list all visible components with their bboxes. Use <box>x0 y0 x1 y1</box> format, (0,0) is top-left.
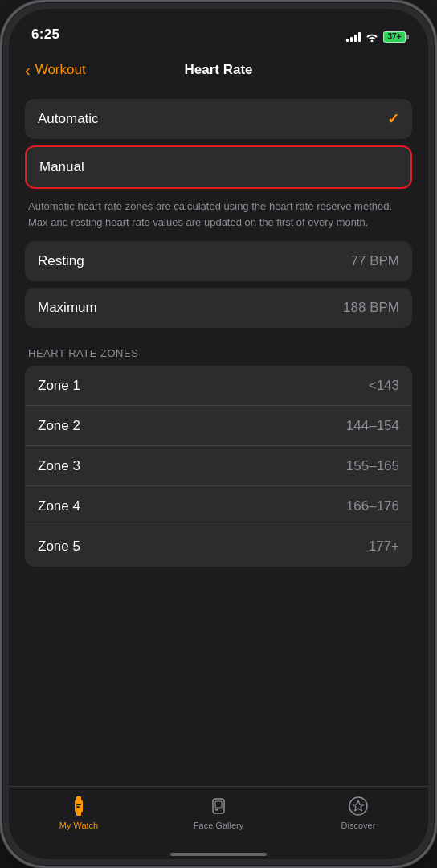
svg-marker-9 <box>353 800 364 811</box>
manual-label: Manual <box>39 159 84 175</box>
resting-group: Resting 77 BPM <box>25 241 412 281</box>
zone5-row[interactable]: Zone 5 177+ <box>25 526 412 567</box>
svg-rect-6 <box>215 801 222 808</box>
svg-rect-7 <box>215 809 218 811</box>
battery-text: 37+ <box>385 33 404 41</box>
home-indicator <box>9 853 428 859</box>
zones-section-header: HEART RATE ZONES <box>25 334 412 366</box>
manual-row[interactable]: Manual <box>27 147 410 187</box>
svg-rect-1 <box>76 796 81 800</box>
zone4-row[interactable]: Zone 4 166–176 <box>25 486 412 526</box>
zone3-label: Zone 3 <box>38 458 80 474</box>
tab-discover-label: Discover <box>341 821 376 830</box>
zone4-label: Zone 4 <box>38 498 80 514</box>
page-title: Heart Rate <box>184 62 252 78</box>
svg-point-8 <box>349 797 367 815</box>
zone1-label: Zone 1 <box>38 378 80 394</box>
nav-header: ‹ Workout Heart Rate <box>9 49 428 91</box>
automatic-row[interactable]: Automatic ✓ <box>25 99 412 139</box>
status-icons: 37+ <box>346 31 406 43</box>
zone3-row[interactable]: Zone 3 155–165 <box>25 446 412 486</box>
tab-bar: My Watch Face Gallery <box>9 786 428 853</box>
signal-icon <box>346 32 361 42</box>
tab-discover[interactable]: Discover <box>288 795 428 830</box>
zones-group: Zone 1 <143 Zone 2 144–154 Zone 3 155–16… <box>25 366 412 567</box>
tab-my-watch-label: My Watch <box>59 821 99 830</box>
screen: 6:25 37+ ‹ Workout <box>9 9 428 859</box>
maximum-label: Maximum <box>38 300 97 316</box>
zone2-row[interactable]: Zone 2 144–154 <box>25 406 412 446</box>
chevron-left-icon: ‹ <box>25 62 31 78</box>
tab-face-gallery[interactable]: Face Gallery <box>149 795 288 830</box>
watch-icon <box>67 795 90 817</box>
svg-rect-3 <box>76 804 81 805</box>
zone2-value: 144–154 <box>346 418 399 434</box>
face-gallery-icon <box>207 795 230 817</box>
maximum-value: 188 BPM <box>343 300 399 316</box>
svg-rect-4 <box>76 806 80 808</box>
discover-icon <box>347 795 370 817</box>
automatic-group: Automatic ✓ <box>25 99 412 139</box>
content-area: Automatic ✓ Manual Automatic heart rate … <box>9 91 428 786</box>
zone1-row[interactable]: Zone 1 <143 <box>25 366 412 406</box>
svg-rect-2 <box>76 812 81 816</box>
maximum-row[interactable]: Maximum 188 BPM <box>25 288 412 328</box>
back-button[interactable]: ‹ Workout <box>25 62 86 78</box>
home-bar <box>170 853 267 856</box>
zone4-value: 166–176 <box>346 498 399 514</box>
battery-icon: 37+ <box>383 31 406 43</box>
zone5-label: Zone 5 <box>38 538 80 555</box>
manual-group: Manual <box>25 145 412 189</box>
zone2-label: Zone 2 <box>38 418 80 434</box>
status-time: 6:25 <box>31 27 59 43</box>
resting-row[interactable]: Resting 77 BPM <box>25 241 412 281</box>
back-label: Workout <box>35 62 86 78</box>
zone1-value: <143 <box>369 378 399 394</box>
resting-value: 77 BPM <box>351 253 399 269</box>
maximum-group: Maximum 188 BPM <box>25 288 412 328</box>
phone-frame: 6:25 37+ ‹ Workout <box>0 0 437 868</box>
notch <box>166 9 271 31</box>
zone5-value: 177+ <box>369 538 399 555</box>
automatic-label: Automatic <box>38 111 99 127</box>
tab-face-gallery-label: Face Gallery <box>194 821 243 830</box>
zone3-value: 155–165 <box>346 458 399 474</box>
description-text: Automatic heart rate zones are calculate… <box>25 194 412 241</box>
resting-label: Resting <box>38 253 84 269</box>
tab-my-watch[interactable]: My Watch <box>9 795 149 830</box>
wifi-icon <box>366 32 378 42</box>
checkmark-icon: ✓ <box>387 110 399 128</box>
